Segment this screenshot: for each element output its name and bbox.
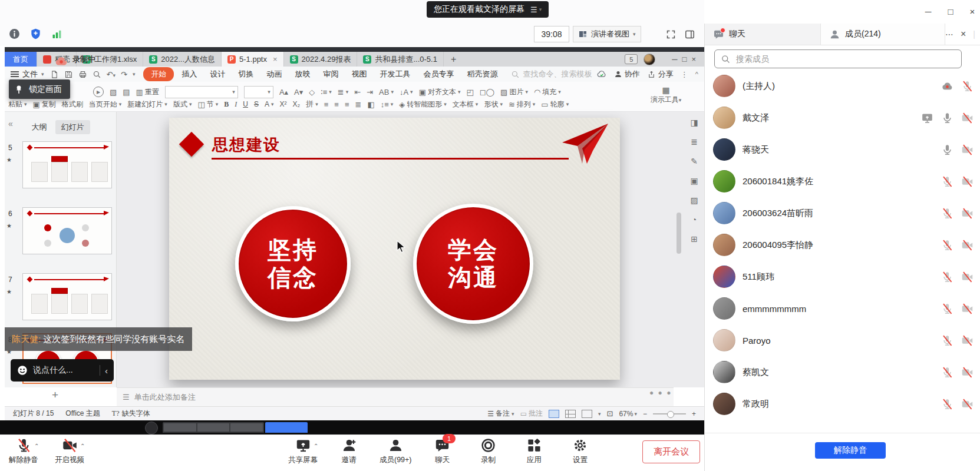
ribbon-button-X₂[interactable]: X₂ <box>293 100 301 108</box>
chevron-down-icon[interactable]: ▾ <box>133 71 136 77</box>
toolbar-button-邀请[interactable]: 邀请 <box>334 437 364 465</box>
ribbon-tab-审阅[interactable]: 审阅 <box>318 68 344 81</box>
zoom-out-button[interactable]: − <box>643 410 647 418</box>
close-panel-icon[interactable]: × <box>961 29 966 39</box>
cloud-recording-icon[interactable] <box>941 80 953 92</box>
wps-minimize-button[interactable]: ─ <box>672 55 677 64</box>
align-left-icon[interactable]: ≡ <box>324 100 329 109</box>
ribbon-tab-插入[interactable]: 插入 <box>176 68 202 81</box>
slides-panel-tab-幻灯片[interactable]: 幻灯片 <box>55 120 90 134</box>
new-doc-icon[interactable] <box>50 70 59 79</box>
panel-toggle-icon[interactable] <box>682 27 697 41</box>
chat-input-bar[interactable]: 说点什么... ‹ <box>11 359 114 382</box>
panel-tab-聊天[interactable]: 聊天 <box>705 24 821 45</box>
ribbon-tab-会员专享[interactable]: 会员专享 <box>418 68 459 81</box>
find-icon[interactable] <box>93 70 101 79</box>
sidebar-tool-icon[interactable]: ▨ <box>690 195 698 205</box>
chevron-down-icon[interactable]: ▾ <box>598 411 601 417</box>
ribbon-button-U[interactable]: U <box>243 100 248 108</box>
maximize-button[interactable]: □ <box>943 5 958 18</box>
panel-tab-成员(214)[interactable]: 成员(214) <box>821 24 945 45</box>
mic-muted-icon[interactable] <box>941 207 953 220</box>
vertical-scrollbar[interactable] <box>677 115 681 383</box>
camera-muted-icon[interactable] <box>961 271 974 283</box>
text-direction-icon[interactable]: ↓A▾ <box>400 88 413 97</box>
ribbon-button-当页开始[interactable]: 当页开始▾ <box>89 99 122 110</box>
mic-muted-icon[interactable] <box>941 239 953 251</box>
more-icon[interactable]: ⋯ <box>945 29 953 39</box>
new-tab-button[interactable]: + <box>444 52 463 67</box>
ribbon-button-S[interactable]: S <box>254 100 259 108</box>
ribbon-button-A[interactable]: A▾ <box>265 100 274 108</box>
emoji-icon[interactable] <box>17 364 28 376</box>
smart-graphic-icon[interactable]: ◈转智能图形▾ <box>399 99 447 110</box>
sidebar-tool-icon[interactable]: ◔ <box>692 215 697 224</box>
sidebar-tool-icon[interactable]: ≣ <box>691 137 698 147</box>
doc-tab-2022...人数信息[interactable]: S2022...人数信息 <box>143 52 222 67</box>
window-preview-active-tab[interactable] <box>265 422 308 433</box>
pinyin-icon[interactable]: 拼▾ <box>306 99 318 110</box>
member-row[interactable]: 206004095李怡静 <box>705 229 980 261</box>
mic-muted-icon[interactable] <box>941 398 953 410</box>
toolbar-button-聊天[interactable]: 1聊天 <box>427 437 458 465</box>
font-decrease-icon[interactable]: A▾ <box>294 88 303 97</box>
layout-icon[interactable]: ▤ <box>123 88 130 97</box>
chevron-up-icon[interactable]: ⌃ <box>80 443 85 449</box>
ribbon-tab-开发工具[interactable]: 开发工具 <box>374 68 415 81</box>
number-list-icon[interactable]: ≣▾ <box>338 88 348 97</box>
zoom-level[interactable]: 67%▾ <box>619 410 637 418</box>
camera-muted-icon[interactable] <box>961 334 974 347</box>
member-row[interactable]: (主持人) <box>705 70 980 102</box>
ribbon-button-item[interactable]: ▾ <box>165 86 238 98</box>
more-dots-icon[interactable]: ● ● ● <box>649 389 672 397</box>
shapes-large-icon[interactable]: ◻◯ <box>480 88 494 97</box>
window-count-badge[interactable]: 5 <box>625 54 638 64</box>
ribbon-tab-开始[interactable]: 开始 <box>143 67 174 81</box>
toolbar-button-设置[interactable]: 设置 <box>565 437 596 465</box>
notes-bar[interactable]: ☰ 单击此处添加备注 <box>117 387 674 406</box>
member-row[interactable]: 206001841姚李佐 <box>705 165 980 197</box>
toolbar-button-共享屏幕[interactable]: ⌃共享屏幕 <box>288 437 318 465</box>
columns-icon[interactable]: ◧ <box>367 100 374 109</box>
arrange-icon[interactable]: ≋排列▾ <box>509 99 535 110</box>
cloud-sync-icon[interactable] <box>596 69 607 79</box>
clear-format-icon[interactable]: ◇ <box>309 88 315 97</box>
toolbar-button-开启视频[interactable]: ⌃开启视频 <box>54 437 85 465</box>
notes-toggle[interactable]: ☰备注▾ <box>487 409 514 419</box>
shield-icon[interactable] <box>28 26 42 41</box>
ribbon-button-B[interactable]: B <box>224 100 229 109</box>
member-search-box[interactable] <box>714 49 962 68</box>
ribbon-tab-稻壳资源[interactable]: 稻壳资源 <box>461 68 503 81</box>
member-row[interactable]: emmmmmmmm <box>705 293 980 324</box>
toolbar-button-解除静音[interactable]: ⌃解除静音 <box>8 437 39 465</box>
mic-muted-icon[interactable] <box>961 80 974 92</box>
mic-muted-icon[interactable] <box>941 366 953 379</box>
add-slide-button[interactable]: + <box>52 389 58 402</box>
char-spacing-icon[interactable]: AB▾ <box>379 88 394 97</box>
ribbon-button-I[interactable]: I <box>235 100 237 109</box>
mic-muted-icon[interactable] <box>941 334 953 347</box>
presentation-tools-button[interactable]: ▦ 演示工具▾ <box>648 85 684 105</box>
unmute-button[interactable]: 解除静音 <box>815 442 886 459</box>
info-icon[interactable] <box>7 26 21 41</box>
mic-muted-icon[interactable] <box>941 175 953 188</box>
comments-toggle[interactable]: ▭批注 <box>520 409 543 419</box>
ribbon-button-文本框[interactable]: 文本框▾ <box>453 99 479 110</box>
ribbon-button-格式刷[interactable]: 格式刷 <box>62 99 83 110</box>
search-input[interactable] <box>735 54 955 64</box>
member-row[interactable]: 蒋骁天 <box>705 134 980 165</box>
camera-muted-icon[interactable] <box>961 398 974 410</box>
reset-icon[interactable]: ▥重置 <box>136 87 159 97</box>
camera-muted-icon[interactable] <box>961 207 974 220</box>
indent-decrease-icon[interactable]: ⇤ <box>354 88 361 97</box>
banner-menu-icon[interactable]: ☰▾ <box>530 5 542 14</box>
camera-muted-icon[interactable] <box>961 303 974 315</box>
slide-sorter-icon[interactable] <box>565 410 576 418</box>
image-icon[interactable]: ▨图片▾ <box>500 87 528 97</box>
more-icon[interactable]: ⋮ <box>681 70 688 79</box>
member-row[interactable]: 511顾玮 <box>705 261 980 293</box>
play-circle-icon[interactable]: ▶ <box>93 87 104 97</box>
ribbon-button-新建幻灯片[interactable]: 新建幻灯片▾ <box>127 99 167 110</box>
collapse-ribbon-icon[interactable]: ^ <box>695 71 698 78</box>
copy-icon[interactable]: ▣复制 <box>33 99 56 110</box>
